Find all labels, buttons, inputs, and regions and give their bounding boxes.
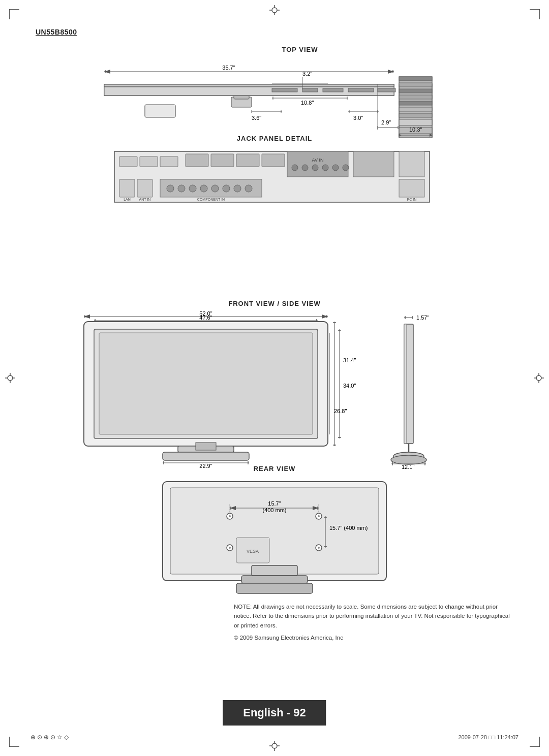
svg-rect-138 — [404, 324, 407, 444]
svg-rect-74 — [119, 156, 137, 167]
bottom-bar: ⊕⊙⊕⊙☆◇ 2009-07-28 □□ 11:24:07 — [30, 734, 518, 741]
svg-rect-79 — [236, 154, 259, 167]
svg-text:10.3": 10.3" — [409, 127, 422, 133]
svg-text:35.7": 35.7" — [222, 65, 235, 71]
svg-rect-24 — [104, 84, 394, 87]
top-view-label: TOP VIEW — [81, 46, 518, 53]
svg-rect-36 — [272, 88, 297, 92]
svg-text:10.8": 10.8" — [301, 100, 314, 106]
svg-rect-90 — [399, 151, 424, 177]
svg-point-97 — [167, 185, 174, 192]
svg-text:47.6": 47.6" — [199, 314, 212, 321]
svg-rect-93 — [137, 179, 152, 197]
jack-panel-diagram: AV IN LAN ANT IN COMPONENT IN — [53, 146, 496, 212]
svg-text:2.9": 2.9" — [381, 119, 391, 125]
svg-rect-40 — [378, 88, 395, 92]
corner-mark-br — [530, 737, 540, 747]
svg-rect-77 — [186, 154, 208, 167]
copyright-text: © 2009 Samsung Electronics America, Inc — [234, 633, 513, 642]
svg-point-15 — [536, 375, 541, 381]
svg-rect-112 — [196, 443, 216, 450]
svg-rect-31 — [399, 101, 432, 105]
svg-point-99 — [189, 185, 196, 192]
svg-text:COMPONENT IN: COMPONENT IN — [197, 198, 225, 201]
svg-rect-163 — [241, 576, 308, 583]
svg-point-141 — [391, 455, 426, 464]
svg-point-87 — [332, 165, 339, 171]
svg-rect-162 — [252, 565, 297, 576]
svg-rect-78 — [211, 154, 234, 167]
crosshair-bottom — [269, 741, 280, 751]
svg-text:(400 mm): (400 mm) — [262, 507, 286, 513]
top-view-diagram: 10.3" 2.9" 3.2" 35.7" 10.8" 3.6" — [53, 56, 496, 138]
svg-rect-29 — [399, 89, 432, 93]
svg-text:ANT IN: ANT IN — [139, 198, 151, 201]
corner-mark-bl — [9, 737, 19, 747]
svg-text:15.7": 15.7" — [268, 500, 281, 507]
svg-point-5 — [272, 743, 277, 748]
rear-view-label: REAR VIEW — [30, 465, 518, 472]
svg-rect-33 — [399, 113, 432, 117]
svg-text:31.4": 31.4" — [343, 357, 356, 363]
svg-point-98 — [178, 185, 185, 192]
svg-point-88 — [343, 165, 349, 171]
svg-text:34.0": 34.0" — [343, 383, 356, 389]
rear-view-diagram: VESA 15.7" (400 mm) 15.7" (400 mm) — [147, 477, 402, 598]
svg-rect-111 — [163, 452, 249, 460]
note-section: NOTE: All drawings are not necessarily t… — [234, 602, 513, 643]
svg-point-10 — [8, 375, 13, 381]
svg-point-83 — [292, 165, 298, 171]
svg-point-103 — [234, 185, 241, 192]
svg-text:1.57": 1.57" — [416, 314, 429, 321]
svg-text:AV IN: AV IN — [312, 158, 324, 163]
svg-rect-91 — [119, 179, 135, 197]
svg-rect-20 — [145, 105, 175, 117]
svg-rect-32 — [399, 107, 432, 111]
english-footer: English - 92 — [223, 700, 326, 726]
jack-panel-label: JACK PANEL DETAIL — [30, 135, 518, 142]
svg-rect-75 — [140, 156, 158, 167]
svg-rect-76 — [160, 156, 178, 167]
bottom-icons: ⊕⊙⊕⊙☆◇ — [30, 734, 70, 741]
svg-rect-109 — [99, 333, 313, 434]
svg-point-101 — [211, 185, 219, 192]
crosshair-top — [269, 5, 280, 15]
svg-text:15.7" (400 mm): 15.7" (400 mm) — [329, 525, 368, 531]
date-stamp: 2009-07-28 □□ 11:24:07 — [459, 734, 519, 740]
svg-rect-81 — [287, 151, 348, 177]
svg-rect-105 — [399, 179, 424, 197]
svg-point-86 — [322, 165, 328, 171]
svg-rect-80 — [262, 154, 285, 167]
svg-rect-30 — [399, 95, 432, 99]
svg-text:PC IN: PC IN — [407, 198, 417, 201]
note-text: NOTE: All drawings are not necessarily t… — [234, 602, 513, 630]
svg-text:26.8": 26.8" — [334, 408, 347, 414]
crosshair-left — [5, 373, 15, 383]
svg-rect-37 — [302, 88, 318, 92]
corner-mark-tr — [530, 9, 540, 19]
svg-point-85 — [312, 165, 318, 171]
svg-point-159 — [318, 547, 320, 549]
svg-point-102 — [223, 185, 230, 192]
svg-point-155 — [318, 515, 320, 517]
corner-mark-tl — [9, 9, 19, 19]
svg-point-157 — [229, 547, 231, 549]
svg-text:LAN: LAN — [124, 198, 131, 201]
svg-point-153 — [229, 515, 231, 517]
svg-rect-39 — [348, 88, 374, 92]
front-side-diagram: 52.0" 47.6" 34.0" 31.4" 26.8" 22.9" — [53, 311, 496, 469]
svg-point-0 — [272, 8, 277, 13]
model-number: UN55B8500 — [36, 28, 77, 36]
svg-rect-89 — [353, 151, 394, 177]
svg-point-100 — [200, 185, 207, 192]
svg-text:3.6": 3.6" — [252, 115, 261, 121]
crosshair-right — [534, 373, 544, 383]
svg-rect-164 — [236, 583, 313, 593]
front-side-label: FRONT VIEW / SIDE VIEW — [30, 300, 518, 307]
svg-text:3.0": 3.0" — [353, 115, 363, 121]
svg-rect-28 — [399, 83, 432, 87]
svg-point-84 — [302, 165, 308, 171]
svg-point-104 — [245, 185, 252, 192]
svg-rect-34 — [399, 119, 432, 125]
svg-text:VESA: VESA — [247, 549, 259, 554]
